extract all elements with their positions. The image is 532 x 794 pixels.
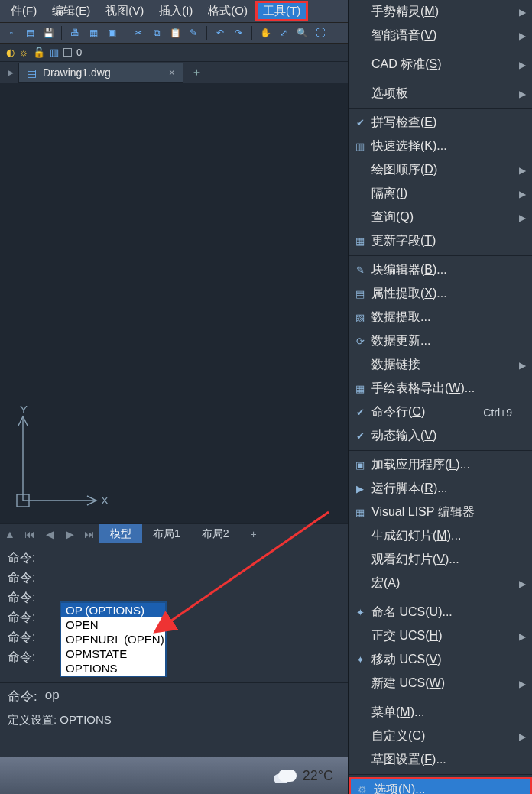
tools-menu: 手势精灵(M)▶智能语音(V)▶CAD 标准(S)▶选项板▶✔拼写检查(E)▥快… (348, 0, 532, 794)
layer-name[interactable]: 0 (76, 47, 82, 58)
menu-item-palettes[interactable]: 选项板▶ (349, 82, 532, 105)
menu-item-cmdline[interactable]: ✔命令行(C)Ctrl+9 (349, 400, 532, 424)
layer-color-swatch[interactable] (63, 48, 72, 57)
plot-icon[interactable]: ▦ (86, 26, 100, 40)
menu-item-label: 加载应用程序(L)... (371, 457, 470, 473)
menu-item-mkslide[interactable]: 生成幻灯片(M)... (349, 524, 532, 548)
menu-item-label: 正交 UCS(H) (371, 628, 442, 644)
menu-edit[interactable]: 编辑(E) (44, 1, 98, 21)
▥-icon: ▥ (353, 141, 367, 152)
layer-lightbulb-icon[interactable]: ◐ (6, 47, 15, 58)
menu-item-runscript[interactable]: ▶运行脚本(R)... (349, 477, 532, 501)
layer-plot-icon[interactable]: ▥ (50, 47, 59, 58)
menu-item-datalink[interactable]: 数据链接▶ (349, 353, 532, 377)
undo-icon[interactable]: ↶ (213, 26, 227, 40)
zoom-window-icon[interactable]: 🔍 (295, 26, 309, 40)
menu-item-label: Visual LISP 编辑器 (371, 504, 475, 520)
✔-icon: ✔ (353, 407, 367, 418)
menu-item-macro[interactable]: 宏(A)▶ (349, 572, 532, 595)
menu-item-isolate[interactable]: 隔离(I)▶ (349, 182, 532, 206)
tab-arrow-left-icon[interactable]: ▸ (5, 65, 17, 79)
menu-item-orthoUCS[interactable]: 正交 UCS(H)▶ (349, 624, 532, 648)
menu-item-inquiry[interactable]: 查询(Q)▶ (349, 206, 532, 229)
menu-item-options[interactable]: ⚙选项(N)... (349, 777, 532, 794)
menu-item-menus[interactable]: 菜单(M)... (349, 701, 532, 724)
file-tab-label: Drawing1.dwg (43, 66, 111, 79)
menu-format[interactable]: 格式(O) (200, 1, 255, 21)
menu-item-attrextract[interactable]: ▤属性提取(X)... (349, 282, 532, 306)
menu-item-gesture[interactable]: 手势精灵(M)▶ (349, 0, 532, 24)
layout-collapse-icon[interactable]: ▲ (0, 528, 20, 540)
layout-next-icon[interactable]: ▶ (60, 528, 79, 540)
menu-item-namedUCS[interactable]: ✦命名 UCS(U)... (349, 601, 532, 624)
autocomplete-item[interactable]: OPEN (61, 617, 165, 632)
autocomplete-item[interactable]: OP (OPTIONS) (61, 603, 165, 617)
new-icon[interactable]: ▫ (5, 26, 18, 40)
submenu-arrow-icon: ▶ (519, 7, 526, 18)
layout-last-icon[interactable]: ⏭ (79, 528, 99, 540)
close-tab-icon[interactable]: × (169, 66, 175, 79)
tab-model[interactable]: 模型 (99, 524, 142, 544)
menu-item-blockedit[interactable]: ✎块编辑器(B)... (349, 258, 532, 282)
menu-item-dataextract[interactable]: ▧数据提取... (349, 306, 532, 329)
layout-first-icon[interactable]: ⏮ (20, 528, 40, 540)
command-input[interactable]: op (45, 688, 60, 705)
menu-item-cad_std[interactable]: CAD 标准(S)▶ (349, 53, 532, 76)
paste-icon[interactable]: 📋 (168, 26, 182, 40)
menu-item-moveUCS[interactable]: ✦移动 UCS(V) (349, 648, 532, 672)
menu-item-field[interactable]: ▦更新字段(T) (349, 229, 532, 253)
menu-item-label: 手绘表格导出(W)... (371, 381, 475, 397)
✦-icon: ✦ (353, 607, 367, 618)
autocomplete-item[interactable]: OPMSTATE (61, 647, 165, 661)
menu-item-label: 属性提取(X)... (371, 286, 447, 302)
menu-item-customize[interactable]: 自定义(C)▶ (349, 724, 532, 748)
menu-item-loadapp[interactable]: ▣加载应用程序(L)... (349, 453, 532, 477)
autocomplete-item[interactable]: OPENURL (OPEN) (61, 632, 165, 647)
preview-icon[interactable]: ▣ (105, 26, 118, 40)
submenu-arrow-icon: ▶ (519, 731, 526, 742)
▦-icon: ▦ (353, 235, 367, 247)
redo-icon[interactable]: ↷ (232, 26, 245, 40)
menu-insert[interactable]: 插入(I) (151, 1, 200, 21)
autocomplete-popup[interactable]: OP (OPTIONS)OPENOPENURL (OPEN)OPMSTATEOP… (60, 601, 167, 677)
autocomplete-item[interactable]: OPTIONS (61, 661, 165, 676)
svg-text:X: X (101, 494, 109, 507)
menu-item-label: 块编辑器(B)... (371, 262, 447, 278)
menu-item-voice[interactable]: 智能语音(V)▶ (349, 24, 532, 47)
copy-icon[interactable]: ⧉ (150, 26, 164, 40)
pan-icon[interactable]: ✋ (258, 26, 272, 40)
open-icon[interactable]: ▤ (23, 26, 37, 40)
menu-item-viewslide[interactable]: 观看幻灯片(V)... (349, 548, 532, 572)
tab-layout2[interactable]: 布局2 (191, 524, 240, 544)
menu-tools[interactable]: 工具(T) (255, 1, 308, 21)
menu-item-vlisp[interactable]: ▦Visual LISP 编辑器 (349, 501, 532, 524)
menu-item-newUCS[interactable]: 新建 UCS(W)▶ (349, 672, 532, 695)
⟳-icon: ⟳ (353, 335, 367, 347)
menu-item-quickselect[interactable]: ▥快速选择(K)... (349, 134, 532, 158)
menu-item-draworder[interactable]: 绘图顺序(D)▶ (349, 158, 532, 182)
match-icon[interactable]: ✎ (187, 26, 200, 40)
layout-prev-icon[interactable]: ◀ (40, 528, 60, 540)
menu-file[interactable]: 件(F) (3, 1, 44, 21)
menu-item-dyninput[interactable]: ✔动态输入(V) (349, 424, 532, 448)
add-layout-button[interactable]: + (240, 525, 268, 543)
menu-view[interactable]: 视图(V) (98, 1, 151, 21)
save-icon[interactable]: 💾 (41, 26, 55, 40)
menu-item-handtable[interactable]: ▦手绘表格导出(W)... (349, 377, 532, 400)
tab-layout1[interactable]: 布局1 (142, 524, 191, 544)
✔-icon: ✔ (353, 117, 367, 128)
menu-item-dataupdate[interactable]: ⟳数据更新... (349, 329, 532, 353)
new-tab-button[interactable]: ＋ (185, 62, 209, 83)
ucs-axis-icon: Y X (11, 404, 110, 511)
cut-icon[interactable]: ✂ (131, 26, 145, 40)
zoom-icon[interactable]: ⤢ (277, 26, 290, 40)
layer-sun-icon[interactable]: ☼ (19, 47, 28, 58)
weather-widget[interactable]: 22°C (278, 768, 333, 784)
layer-lock-icon[interactable]: 🔓 (33, 47, 45, 58)
print-icon[interactable]: 🖶 (68, 26, 82, 40)
file-tab-drawing1[interactable]: ▤ Drawing1.dwg × (18, 63, 183, 83)
menu-item-spellcheck[interactable]: ✔拼写检查(E) (349, 111, 532, 134)
zoom-extents-icon[interactable]: ⛶ (313, 26, 327, 40)
✔-icon: ✔ (353, 430, 367, 442)
menu-item-drafting[interactable]: 草图设置(F)... (349, 748, 532, 772)
